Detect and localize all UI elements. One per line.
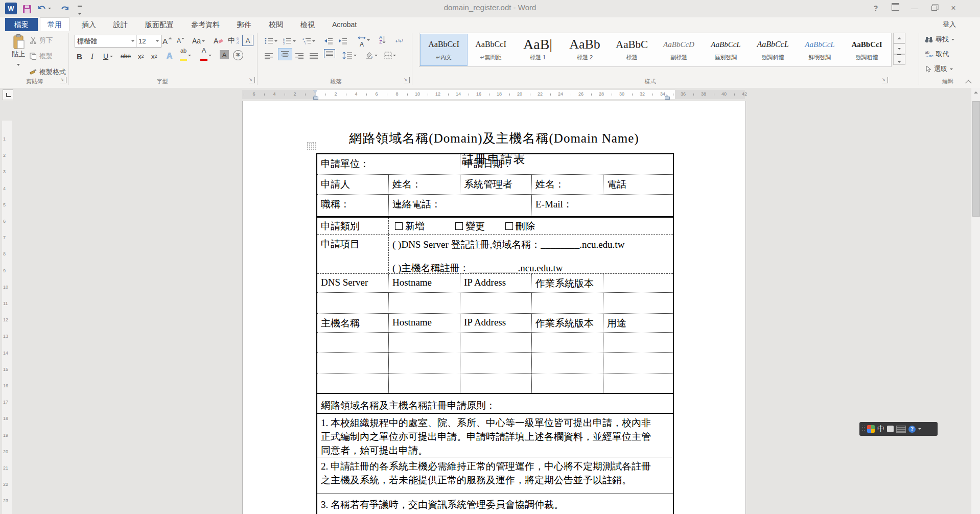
drag-handle-icon[interactable] [862, 425, 865, 433]
table-cell[interactable] [603, 293, 673, 313]
table-cell-rule3[interactable]: 3. 名稱若有爭議時，交由資訊系統管理委員會協調仲裁。 [317, 494, 673, 514]
table-cell-sysadmin[interactable]: 系統管理者 [460, 175, 532, 194]
table-cell[interactable] [389, 353, 460, 373]
table-cell-phone[interactable]: 電話 [603, 175, 673, 194]
sign-in-link[interactable]: 登入 [943, 20, 956, 29]
style-title[interactable]: AaBbC 標題 [609, 34, 655, 65]
grow-font-button[interactable]: A [162, 35, 172, 47]
table-cell[interactable]: 作業系統版本 [532, 314, 603, 332]
clipboard-dialog-launcher[interactable]: ↘ [60, 77, 66, 83]
character-border-button[interactable]: A [242, 35, 253, 46]
left-indent-marker[interactable] [314, 97, 318, 99]
table-cell[interactable] [317, 353, 389, 373]
checkbox-option-delete[interactable]: 刪除 [505, 220, 535, 233]
table-cell-title[interactable]: 職稱： [317, 195, 389, 216]
show-marks-button[interactable]: ↵↵ [395, 35, 403, 47]
line-spacing-button[interactable] [342, 49, 357, 61]
table-cell[interactable] [532, 293, 603, 313]
table-cell[interactable] [317, 293, 389, 313]
style-subtitle[interactable]: AaBbCcD 副標題 [656, 34, 702, 65]
align-left-button[interactable] [265, 50, 273, 62]
table-cell[interactable] [532, 373, 603, 393]
tab-insert[interactable]: 插入 [75, 18, 103, 31]
increase-indent-button[interactable] [338, 35, 347, 47]
ime-logo-icon[interactable] [867, 425, 875, 433]
bold-button[interactable]: B [77, 50, 82, 62]
shading-button[interactable] [365, 49, 378, 61]
restore-button[interactable] [927, 2, 941, 14]
table-cell[interactable] [532, 353, 603, 373]
table-cell[interactable]: Hostname [389, 274, 460, 292]
keyboard-icon[interactable] [896, 426, 906, 433]
styles-dialog-launcher[interactable]: ↘ [882, 77, 888, 83]
asian-layout-button[interactable]: A [358, 34, 370, 46]
style-strong[interactable]: AaBbCcI 強調粗體 [844, 34, 890, 65]
ime-help-icon[interactable]: ? [908, 426, 916, 433]
table-cell[interactable] [317, 373, 389, 393]
subscript-button[interactable]: x2 [138, 50, 144, 62]
table-cell-rules-title[interactable]: 網路領域名稱及主機名稱註冊申請原則： [317, 397, 673, 413]
ribbon-display-options-button[interactable] [888, 2, 902, 14]
table-cell[interactable] [603, 373, 673, 393]
paragraph-dialog-launcher[interactable]: ↘ [404, 77, 410, 83]
style-normal[interactable]: AaBbCcI ↵內文 [421, 34, 467, 65]
table-cell[interactable] [460, 373, 532, 393]
decrease-indent-button[interactable] [324, 35, 333, 47]
table-cell-apply-date[interactable]: 申請日期： [460, 154, 673, 174]
styles-scroll-up-button[interactable] [893, 33, 905, 43]
phonetic-guide-button[interactable]: 中 ㄓㄨ [228, 35, 240, 47]
clear-formatting-button[interactable]: A [214, 35, 223, 47]
style-heading1[interactable]: AaB| 標題 1 [515, 34, 561, 65]
table-cell[interactable]: IP Address [460, 274, 532, 292]
checkbox-option-change[interactable]: 變更 [455, 220, 485, 233]
scroll-up-button[interactable] [971, 88, 980, 97]
text-effects-button[interactable]: A [167, 50, 173, 62]
table-cell-applicant[interactable]: 申請人 [317, 175, 389, 194]
table-cell[interactable]: 作業系統版本 [532, 274, 603, 292]
fullwidth-toggle-icon[interactable] [887, 426, 894, 432]
paste-button[interactable]: 貼上 [7, 34, 30, 68]
style-intense-emphasis[interactable]: AaBbCcL 鮮明強調 [797, 34, 843, 65]
help-button[interactable]: ? [869, 2, 883, 14]
shrink-font-button[interactable]: A [177, 35, 184, 47]
replace-button[interactable]: ab →ac 取代 [925, 50, 949, 59]
style-no-spacing[interactable]: AaBbCcI ↵無間距 [468, 34, 514, 65]
tab-mailings[interactable]: 郵件 [230, 18, 259, 31]
table-cell[interactable]: DNS Server [317, 274, 389, 292]
minimize-button[interactable]: — [907, 2, 922, 14]
table-cell[interactable]: IP Address [460, 314, 532, 332]
format-painter-button[interactable]: 複製格式 [30, 67, 66, 77]
highlight-color-button[interactable]: ab [180, 49, 191, 61]
style-heading2[interactable]: AaBb 標題 2 [562, 34, 608, 65]
table-cell[interactable] [389, 333, 460, 352]
table-cell[interactable] [603, 333, 673, 352]
tab-file[interactable]: 檔案 [5, 18, 38, 31]
table-cell[interactable] [603, 274, 673, 292]
vertical-ruler[interactable]: 123456789101112131415161718192021222324 [2, 121, 12, 514]
enclose-characters-button[interactable]: 字 [233, 50, 243, 60]
tab-review[interactable]: 校閱 [262, 18, 290, 31]
table-cell[interactable] [460, 353, 532, 373]
table-cell-contact-phone[interactable]: 連絡電話： [389, 195, 532, 216]
table-cell[interactable]: 用途 [603, 314, 673, 332]
tab-references[interactable]: 參考資料 [184, 18, 227, 31]
font-color-button[interactable]: A [200, 49, 212, 61]
checkbox-icon[interactable] [455, 222, 463, 230]
align-center-button[interactable] [278, 48, 292, 60]
tab-view[interactable]: 檢視 [293, 18, 322, 31]
table-cell[interactable]: Hostname [389, 314, 460, 332]
italic-button[interactable]: I [91, 50, 94, 62]
table-cell-apply-unit[interactable]: 申請單位： [317, 154, 460, 174]
find-button[interactable]: 尋找 [925, 35, 954, 44]
underline-button[interactable]: U [103, 50, 113, 62]
superscript-button[interactable]: x2 [151, 50, 157, 62]
table-cell-email[interactable]: E-Mail： [532, 195, 673, 216]
tab-acrobat[interactable]: Acrobat [325, 18, 364, 31]
table-cell-rule1[interactable]: 1. 本校組織規程中的處室、院、系所、中心等一級單位皆可提出申請，校內非 正式編… [317, 414, 673, 457]
tab-design[interactable]: 設計 [106, 18, 135, 31]
tab-selector[interactable] [3, 89, 13, 100]
checkbox-icon[interactable] [395, 222, 403, 230]
strikethrough-button[interactable]: abe [121, 50, 131, 62]
styles-more-button[interactable] [893, 54, 905, 65]
multilevel-list-button[interactable]: 1ai [302, 35, 315, 47]
